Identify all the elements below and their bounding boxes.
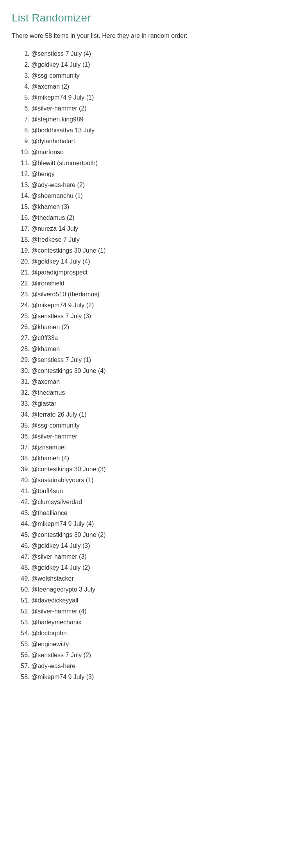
list-item: @goldkey 14 July (4)	[31, 256, 288, 267]
list-item: @khamen	[31, 344, 288, 355]
list-item: @welshstacker	[31, 573, 288, 584]
list-item: @senstless 7 July (4)	[31, 48, 288, 59]
list-item: @dylanhobalart	[31, 136, 288, 147]
list-item: @c0ff33a	[31, 333, 288, 344]
list-item: @ssg-community	[31, 70, 288, 81]
list-item: @goldkey 14 July (2)	[31, 562, 288, 573]
list-item: @silver-hammer	[31, 431, 288, 442]
list-item: @harleymechanix	[31, 617, 288, 628]
list-item: @ironshield	[31, 278, 288, 289]
list-item: @stephen.king989	[31, 114, 288, 125]
list-item: @senstless 7 July (1)	[31, 355, 288, 365]
list-item: @mikepm74 9 July (3)	[31, 672, 288, 683]
list-item: @ady-was-here (2)	[31, 180, 288, 191]
list-item: @marfonso	[31, 147, 288, 158]
list-item: @contestkings 30 June (2)	[31, 529, 288, 540]
list-item: @mikepm74 9 July (1)	[31, 92, 288, 103]
list-item: @goldkey 14 July (1)	[31, 59, 288, 70]
list-item: @ferrate 26 July (1)	[31, 409, 288, 420]
list-item: @axeman	[31, 376, 288, 387]
list-item: @clumsysilverdad	[31, 497, 288, 508]
list-item: @contestkings 30 June (4)	[31, 365, 288, 376]
list-item: @enginewitty	[31, 639, 288, 650]
list-item: @teenagecrypto 3 July	[31, 584, 288, 595]
list-item: @shoemanchu (1)	[31, 191, 288, 201]
list-item: @mikepm74 9 July (4)	[31, 519, 288, 529]
list-item: @thedamus (2)	[31, 212, 288, 223]
list-item: @senstless 7 July (2)	[31, 650, 288, 661]
list-item: @fredkese 7 July	[31, 234, 288, 245]
list-item: @senstless 7 July (3)	[31, 311, 288, 322]
list-item: @blewitt (summertooth)	[31, 158, 288, 169]
list-item: @boddhisattva 13 July	[31, 125, 288, 136]
list-item: @axeman (2)	[31, 81, 288, 92]
list-item: @goldkey 14 July (3)	[31, 540, 288, 551]
list-item: @jznsamuel	[31, 442, 288, 453]
list-item: @sustainablyyours (1)	[31, 475, 288, 486]
list-item: @ssg-community	[31, 420, 288, 431]
list-item: @thedamus	[31, 387, 288, 398]
list-item: @mikepm74 9 July (2)	[31, 300, 288, 311]
intro-text: There were 58 items in your list. Here t…	[12, 31, 288, 41]
list-item: @khamen (4)	[31, 453, 288, 464]
list-item: @contestkings 30 June (1)	[31, 245, 288, 256]
list-item: @davedickeyyall	[31, 595, 288, 606]
list-item: @silver-hammer (3)	[31, 551, 288, 562]
list-item: @ady-was-here	[31, 661, 288, 672]
list-item: @doctorjohn	[31, 628, 288, 639]
list-item: @khamen (3)	[31, 201, 288, 212]
list-item: @thealliance	[31, 508, 288, 519]
page-title: List Randomizer	[12, 12, 288, 24]
list-item: @khamen (2)	[31, 322, 288, 333]
list-item: @silverd510 (thedamus)	[31, 289, 288, 300]
randomized-list: @senstless 7 July (4)@goldkey 14 July (1…	[12, 48, 288, 683]
list-item: @nureza 14 July	[31, 223, 288, 234]
list-item: @silver-hammer (2)	[31, 103, 288, 114]
list-item: @paradigmprospect	[31, 267, 288, 278]
list-item: @tbnfl4sun	[31, 486, 288, 497]
list-item: @bengy	[31, 169, 288, 180]
list-item: @contestkings 30 June (3)	[31, 464, 288, 475]
list-item: @glastar	[31, 398, 288, 409]
list-item: @silver-hammer (4)	[31, 606, 288, 617]
